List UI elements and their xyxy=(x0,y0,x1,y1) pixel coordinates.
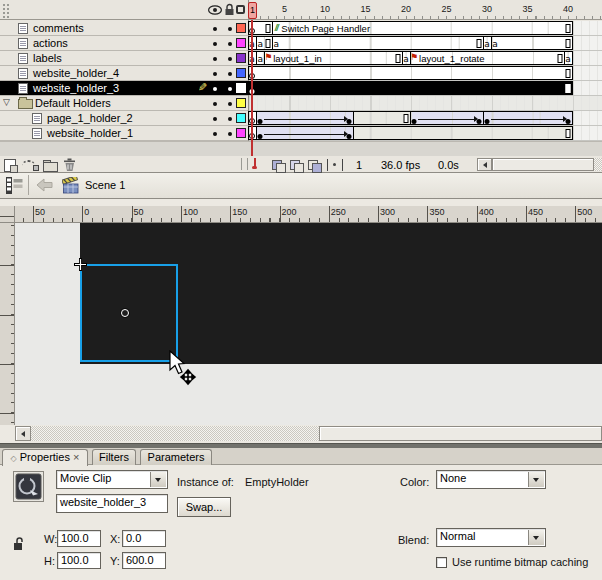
timeline-scroll-left-button[interactable] xyxy=(477,158,492,171)
layer-lock-dot[interactable] xyxy=(228,132,232,136)
add-motion-guide-button[interactable] xyxy=(22,158,38,171)
frames-row-website-holder-1[interactable] xyxy=(249,126,602,141)
timeline-frame-span[interactable] xyxy=(256,126,354,140)
layer-outline-color-swatch[interactable] xyxy=(236,83,246,93)
selection-rectangle[interactable] xyxy=(80,264,178,362)
timeline-frame-span[interactable]: //Switch Page Handler xyxy=(272,21,573,35)
timeline-frame-span[interactable] xyxy=(248,81,573,95)
timeline-frame-span[interactable] xyxy=(353,111,411,125)
frames-row-website-holder-3[interactable] xyxy=(249,81,602,96)
layer-visibility-dot[interactable] xyxy=(213,27,217,31)
timeline-scrollbar-track[interactable] xyxy=(594,158,602,171)
layer-lock-dot[interactable] xyxy=(228,72,232,76)
layer-row-website-holder-3[interactable]: website_holder_3✎ xyxy=(0,81,248,96)
lock-icon[interactable] xyxy=(224,3,235,16)
frames-row-labels[interactable]: aa⚑layout_1_ina⚑layout_1_rotatea xyxy=(249,51,602,66)
layer-visibility-dot[interactable] xyxy=(213,57,217,61)
outline-square-icon[interactable] xyxy=(236,5,245,14)
scene-name-label[interactable]: Scene 1 xyxy=(85,179,125,191)
frame-rate-indicator[interactable]: 36.0 fps xyxy=(381,159,420,171)
layer-outline-color-swatch[interactable] xyxy=(236,98,246,108)
stage-scrollbar-thumb[interactable] xyxy=(319,426,602,441)
height-input[interactable]: 100.0 xyxy=(57,552,101,569)
timeline-frame-span[interactable]: a xyxy=(256,36,273,50)
layer-row-labels[interactable]: labels xyxy=(0,51,248,66)
stage-scrollbar-track[interactable] xyxy=(31,426,319,441)
back-arrow-icon[interactable] xyxy=(36,178,53,192)
frames-row-actions[interactable]: aaaaa xyxy=(249,36,602,51)
delete-layer-trash-icon[interactable] xyxy=(63,158,79,171)
frames-row-page-1-holder-2[interactable] xyxy=(249,111,602,126)
timeline-frame-span[interactable]: ⚑layout_1_in xyxy=(264,51,403,65)
layer-outline-color-swatch[interactable] xyxy=(236,113,246,123)
timeline-frame-ruler[interactable] xyxy=(249,0,602,20)
layer-lock-dot[interactable] xyxy=(228,117,232,121)
onion-skin-outlines-button[interactable] xyxy=(307,159,322,171)
frames-row-website-holder-4[interactable] xyxy=(249,66,602,81)
blend-dropdown[interactable]: Normal xyxy=(436,528,546,547)
timeline-frame-span[interactable]: ⚑layout_1_rotate xyxy=(410,51,565,65)
insert-layer-button[interactable] xyxy=(3,158,19,171)
tab-properties[interactable]: ◇ Properties × xyxy=(2,449,88,466)
layer-row-actions[interactable]: actions xyxy=(0,36,248,51)
stage-scroll-left-button[interactable] xyxy=(15,426,31,441)
layer-outline-color-swatch[interactable] xyxy=(236,23,246,33)
close-icon[interactable]: × xyxy=(73,451,79,463)
timeline-frame-span[interactable] xyxy=(248,66,573,80)
transform-point-icon[interactable] xyxy=(121,309,129,317)
timeline-scrollbar-thumb[interactable] xyxy=(492,158,594,171)
layer-visibility-dot[interactable] xyxy=(213,102,217,106)
layer-visibility-dot[interactable] xyxy=(213,132,217,136)
layer-outline-color-swatch[interactable] xyxy=(236,68,246,78)
layer-row-website-holder-1[interactable]: website_holder_1 xyxy=(0,126,248,141)
timeline-frame-span[interactable] xyxy=(353,126,573,140)
layer-visibility-dot[interactable] xyxy=(213,72,217,76)
y-input[interactable]: 600.0 xyxy=(122,552,166,569)
onion-skin-button[interactable] xyxy=(289,159,304,171)
layer-lock-dot[interactable] xyxy=(228,87,232,91)
swap-button[interactable]: Swap... xyxy=(177,497,231,517)
timeline-frame-span[interactable] xyxy=(410,111,484,125)
layer-lock-dot[interactable] xyxy=(228,102,232,106)
frames-row-Default Holders[interactable] xyxy=(249,96,602,111)
layer-visibility-dot[interactable] xyxy=(213,42,217,46)
panel-gripper-icon[interactable] xyxy=(2,3,11,18)
chevron-down-icon[interactable] xyxy=(528,472,544,487)
center-frame-button[interactable] xyxy=(271,159,286,171)
insert-layer-folder-button[interactable] xyxy=(43,158,59,171)
layer-row-Default Holders[interactable]: ▽Default Holders xyxy=(0,96,248,111)
layer-row-comments[interactable]: comments xyxy=(0,21,248,36)
width-input[interactable]: 100.0 xyxy=(57,530,101,547)
color-dropdown[interactable]: None xyxy=(436,470,546,489)
timeline-frame-span[interactable]: a xyxy=(564,51,573,65)
layer-outline-color-swatch[interactable] xyxy=(236,38,246,48)
timeline-frame-span[interactable]: a xyxy=(272,36,484,50)
layer-row-page-1-holder-2[interactable]: page_1_holder_2 xyxy=(0,111,248,126)
pasteboard[interactable] xyxy=(15,223,602,425)
instance-name-input[interactable]: website_holder_3 xyxy=(56,494,168,513)
layer-visibility-dot[interactable] xyxy=(213,87,217,91)
layer-lock-dot[interactable] xyxy=(228,42,232,46)
layer-row-website-holder-4[interactable]: website_holder_4 xyxy=(0,66,248,81)
chevron-down-icon[interactable] xyxy=(150,472,166,487)
layer-lock-dot[interactable] xyxy=(228,57,232,61)
pane-splitter-handle[interactable] xyxy=(241,158,248,170)
tab-parameters[interactable]: Parameters xyxy=(140,449,212,465)
timeline-frame-span[interactable]: a xyxy=(491,36,573,50)
layer-visibility-dot[interactable] xyxy=(213,117,217,121)
frames-row-comments[interactable]: //Switch Page Handler xyxy=(249,21,602,36)
playhead-handle[interactable]: 1 xyxy=(248,2,257,19)
timeline-frame-span[interactable] xyxy=(256,111,354,125)
lock-dimensions-icon[interactable] xyxy=(13,536,25,551)
x-input[interactable]: 0.0 xyxy=(122,530,166,547)
layer-outline-color-swatch[interactable] xyxy=(236,53,246,63)
chevron-down-icon[interactable] xyxy=(528,530,544,545)
edit-multiple-frames-button[interactable] xyxy=(327,159,343,171)
folder-expand-triangle-icon[interactable]: ▽ xyxy=(3,97,10,107)
show-timeline-icon[interactable] xyxy=(4,176,24,195)
tab-filters[interactable]: Filters xyxy=(92,449,136,465)
layer-outline-color-swatch[interactable] xyxy=(236,128,246,138)
bitmap-caching-checkbox[interactable] xyxy=(436,557,447,568)
layer-lock-dot[interactable] xyxy=(228,27,232,31)
eye-icon[interactable] xyxy=(208,5,222,15)
